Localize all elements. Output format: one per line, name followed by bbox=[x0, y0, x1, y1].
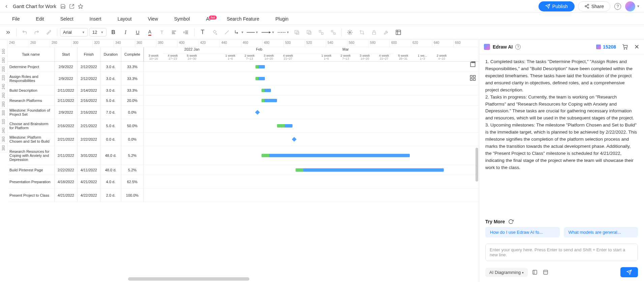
table-row[interactable]: Present Project to Class4/21/20224/22/20… bbox=[7, 189, 479, 202]
gantt-bar[interactable] bbox=[262, 154, 410, 157]
task-finish-cell: 2/12/2022 bbox=[78, 62, 100, 72]
lock-icon[interactable] bbox=[369, 27, 379, 38]
send-button[interactable] bbox=[620, 267, 638, 277]
grid-tool-icon[interactable] bbox=[469, 74, 477, 82]
ai-template-icon[interactable] bbox=[542, 269, 549, 275]
bold-icon[interactable]: B bbox=[108, 27, 119, 38]
back-icon[interactable] bbox=[4, 4, 9, 9]
star-icon[interactable] bbox=[78, 4, 83, 9]
gantt-chart[interactable]: Task name Start Finish Duration Complete… bbox=[7, 47, 479, 282]
ruler-tick: 320 bbox=[92, 40, 114, 47]
font-size-select[interactable]: 12▼ bbox=[89, 28, 106, 36]
table-row[interactable]: Assign Roles and Responsibilities2/9/202… bbox=[7, 72, 479, 85]
menu-plugin[interactable]: Plugin bbox=[267, 16, 297, 22]
ruler-tick: 200 bbox=[0, 65, 7, 74]
table-row[interactable]: Milestone: Platform Chosen and Set to Bu… bbox=[7, 133, 479, 146]
menu-file[interactable]: File bbox=[4, 16, 28, 22]
layers-tool-icon[interactable] bbox=[469, 61, 477, 68]
ai-attachment-icon[interactable] bbox=[531, 269, 539, 275]
table-row[interactable]: Build Description2/11/20222/14/20223.0 d… bbox=[7, 85, 479, 95]
table-row[interactable]: Research Platforms2/11/20222/16/20225.0 … bbox=[7, 95, 479, 106]
ungroup-icon[interactable] bbox=[328, 27, 339, 38]
table-row[interactable]: Determine Project2/9/20222/12/20223.0 d.… bbox=[7, 62, 479, 72]
connector-icon[interactable]: ▼ bbox=[234, 27, 244, 38]
font-color-icon[interactable]: A bbox=[144, 27, 155, 38]
format-painter-icon[interactable] bbox=[43, 27, 54, 38]
table-row[interactable]: Milestone: Foundation of Project Set2/9/… bbox=[7, 106, 479, 119]
publish-button[interactable]: Publish bbox=[539, 1, 575, 11]
menu-search-feature[interactable]: Search Feature bbox=[219, 16, 268, 22]
menu-insert[interactable]: Insert bbox=[82, 16, 110, 22]
fill-color-icon[interactable] bbox=[209, 27, 220, 38]
group-icon[interactable] bbox=[316, 27, 327, 38]
export-icon[interactable] bbox=[69, 4, 74, 9]
refresh-icon[interactable] bbox=[508, 219, 514, 224]
task-complete-cell: 0.0% bbox=[121, 106, 144, 119]
table-icon[interactable] bbox=[393, 27, 404, 38]
vertical-scrollbar[interactable] bbox=[476, 148, 478, 181]
month-label: Mar bbox=[298, 47, 394, 54]
ai-input[interactable]: Enter your query here. Press Enter to se… bbox=[485, 244, 638, 261]
gantt-bar[interactable] bbox=[262, 99, 277, 102]
horizontal-scrollbar[interactable] bbox=[128, 277, 249, 281]
font-family-select[interactable]: Arial▼ bbox=[60, 28, 88, 36]
menu-symbol[interactable]: Symbol bbox=[166, 16, 198, 22]
save-icon[interactable] bbox=[60, 4, 66, 9]
line-spacing-icon[interactable] bbox=[181, 27, 191, 38]
text-tool-icon[interactable]: T bbox=[197, 27, 208, 38]
edraw-ai-logo-icon bbox=[484, 44, 490, 50]
panel-toggle-icon[interactable] bbox=[3, 27, 13, 38]
suggestion-2[interactable]: What models are general... bbox=[564, 227, 638, 237]
menu-select[interactable]: Select bbox=[52, 16, 82, 22]
align-icon[interactable] bbox=[168, 27, 179, 38]
help-icon[interactable]: ? bbox=[614, 3, 621, 10]
bar-area bbox=[144, 165, 451, 175]
task-duration-cell: 7.0 d. bbox=[100, 106, 121, 119]
right-side-tools bbox=[467, 61, 479, 82]
share-button[interactable]: Share bbox=[578, 1, 610, 11]
menu-ai[interactable]: AIhot bbox=[198, 16, 218, 22]
italic-icon[interactable]: I bbox=[120, 27, 131, 38]
crop-icon[interactable] bbox=[357, 27, 367, 38]
redo-icon[interactable] bbox=[31, 27, 42, 38]
menu-edit[interactable]: Edit bbox=[28, 16, 52, 22]
gantt-bar[interactable] bbox=[255, 65, 265, 68]
table-row[interactable]: Choose and Brainstorm for Platform2/16/2… bbox=[7, 119, 479, 133]
dash-style-icon[interactable]: ▼ bbox=[277, 27, 290, 38]
close-icon[interactable]: ✕ bbox=[634, 43, 639, 51]
menu-view[interactable]: View bbox=[140, 16, 166, 22]
ai-panel: Edraw AI ? 15208 ✕ 1. Completed tasks: T… bbox=[479, 40, 644, 282]
ai-help-icon[interactable]: ? bbox=[515, 44, 521, 50]
gantt-bar[interactable] bbox=[277, 124, 293, 128]
table-row[interactable]: Build Pinterest Page2/22/20224/11/202248… bbox=[7, 165, 479, 175]
line-color-icon[interactable] bbox=[221, 27, 232, 38]
gantt-bar[interactable] bbox=[296, 168, 444, 172]
gantt-bar[interactable] bbox=[255, 77, 265, 80]
undo-icon[interactable] bbox=[19, 27, 30, 38]
gantt-bar[interactable] bbox=[262, 89, 271, 92]
shape-front-icon[interactable] bbox=[304, 27, 314, 38]
ai-credits[interactable]: 15208 bbox=[596, 44, 616, 50]
suggestion-1[interactable]: How do I use Edraw AI fo... bbox=[485, 227, 560, 237]
avatar[interactable] bbox=[625, 1, 635, 11]
arrow-style-icon[interactable]: ▼ bbox=[260, 27, 275, 38]
vertical-ruler: 160180200220240260280300320340360380 bbox=[0, 47, 7, 152]
ai-mode-select[interactable]: AI Diagramming▴ bbox=[485, 268, 528, 277]
menu-layout[interactable]: Layout bbox=[110, 16, 140, 22]
milestone-marker[interactable] bbox=[292, 137, 297, 142]
table-row[interactable]: Presentation Preparation4/18/20224/21/20… bbox=[7, 175, 479, 189]
text-format-icon[interactable]: T bbox=[156, 27, 167, 38]
ruler-tick: 420 bbox=[198, 40, 220, 47]
milestone-marker[interactable] bbox=[255, 110, 260, 115]
avatar-dropdown-icon[interactable]: ▼ bbox=[637, 4, 640, 8]
table-row[interactable]: Research Resources for Coping with Anxie… bbox=[7, 146, 479, 165]
line-style-icon[interactable]: ▼ bbox=[246, 27, 259, 38]
cart-icon[interactable] bbox=[622, 44, 628, 50]
effects-icon[interactable] bbox=[344, 27, 355, 38]
task-finish-cell: 2/16/2022 bbox=[78, 106, 100, 119]
underline-icon[interactable]: U bbox=[132, 27, 143, 38]
week-label: 1 we...1~3 bbox=[413, 53, 432, 61]
canvas-area[interactable]: 2402602803003203403603804004204404604805… bbox=[0, 40, 479, 282]
shape-back-icon[interactable] bbox=[292, 27, 302, 38]
tools-icon[interactable] bbox=[381, 27, 392, 38]
